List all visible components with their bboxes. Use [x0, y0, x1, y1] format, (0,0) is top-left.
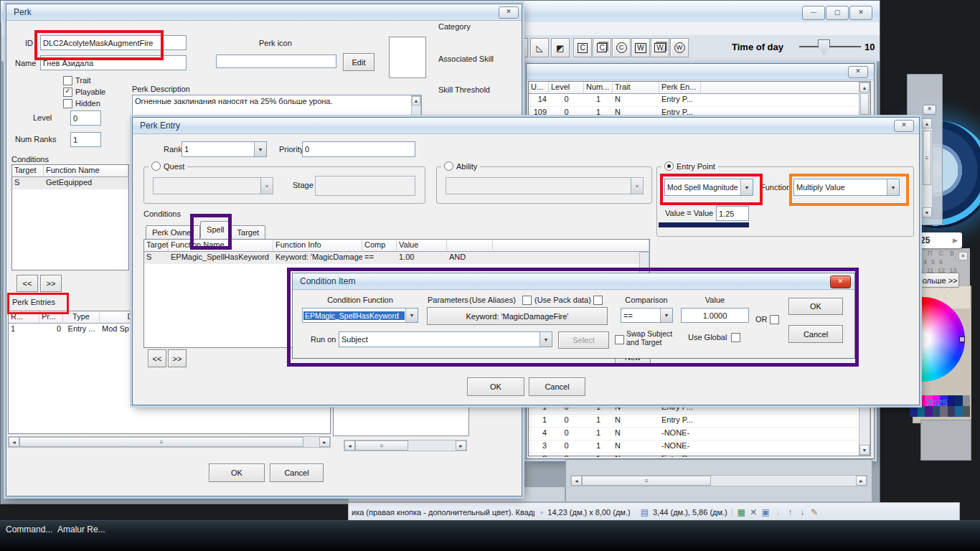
swap-subject-checkbox[interactable]: [615, 335, 624, 344]
column-header[interactable]: R...: [9, 311, 39, 324]
column-header[interactable]: Num...: [584, 82, 613, 94]
tab-perk-owner[interactable]: Perk Owner: [146, 225, 200, 240]
toolbar-c-circle-icon[interactable]: C: [612, 38, 631, 57]
comparison-dropdown[interactable]: ==▼: [621, 308, 673, 323]
cancel-button[interactable]: Cancel: [788, 325, 843, 343]
table-row[interactable]: 301N-NONE-: [529, 441, 859, 453]
close-button[interactable]: ✕: [499, 6, 519, 19]
playable-checkbox[interactable]: [63, 88, 72, 97]
conditions-next-button[interactable]: >>: [40, 275, 62, 292]
scroll-thumb[interactable]: ≡: [582, 476, 711, 486]
scroll-thumb[interactable]: [860, 93, 869, 115]
close-button[interactable]: ✕: [894, 120, 914, 132]
column-header[interactable]: Type: [63, 311, 100, 324]
image-add-icon[interactable]: ▦: [735, 507, 748, 517]
gadget-scrollbar[interactable]: ▲ ≡ ▼: [921, 118, 933, 218]
hidden-checkbox[interactable]: [63, 99, 72, 108]
cancel-button[interactable]: Cancel: [529, 377, 585, 396]
minimize-button[interactable]: —: [802, 6, 825, 20]
column-header[interactable]: Pr...: [39, 311, 63, 324]
taskbar-item[interactable]: Command...: [6, 524, 52, 534]
column-header[interactable]: U...: [529, 82, 549, 94]
use-global-checkbox[interactable]: [731, 333, 740, 342]
calendar-close-button[interactable]: ✕: [958, 252, 968, 260]
close-button[interactable]: ✕: [830, 276, 851, 288]
calendar-day-cell[interactable]: 5: [931, 258, 935, 265]
entry-point-dropdown[interactable]: Mod Spell Magnitude▼: [664, 179, 753, 196]
table-row[interactable]: 401N-NONE-: [529, 428, 859, 441]
chevron-down-icon[interactable]: ▼: [887, 179, 899, 195]
trait-checkbox[interactable]: [63, 76, 72, 85]
column-header[interactable]: Perk En...: [659, 82, 701, 94]
run-on-dropdown[interactable]: Subject▼: [339, 331, 552, 347]
conditions-prev-button[interactable]: <<: [17, 275, 38, 292]
column-header[interactable]: Comp: [362, 240, 397, 252]
calendar-day-cell[interactable]: 4: [923, 258, 927, 265]
toolbar-cube-icon[interactable]: ◩: [551, 38, 570, 57]
color-swatch[interactable]: [918, 406, 925, 417]
toolbar-w-cube-icon[interactable]: W: [651, 38, 669, 57]
calendar-more-button[interactable]: Больше >>: [915, 273, 959, 288]
table-row[interactable]: 201NEntry P...: [529, 453, 859, 457]
name-field[interactable]: Гнев Азидала: [40, 55, 187, 70]
num-ranks-field[interactable]: 1: [70, 132, 101, 147]
scroll-right-icon[interactable]: ►: [456, 441, 466, 451]
value-formula-field[interactable]: 1.25: [716, 206, 749, 221]
close-image-icon[interactable]: ✕: [748, 507, 760, 517]
cancel-button[interactable]: Cancel: [270, 463, 324, 482]
scroll-right-icon[interactable]: ►: [319, 437, 330, 447]
ability-radio[interactable]: [444, 161, 453, 171]
ok-button[interactable]: OK: [467, 377, 524, 396]
table-row[interactable]: 101NEntry P...: [529, 415, 859, 428]
quest-radio[interactable]: [151, 161, 161, 171]
move-down-icon[interactable]: ↓: [796, 507, 809, 517]
column-header[interactable]: Function Name: [169, 240, 273, 252]
description-scrollbar[interactable]: ▲: [411, 95, 421, 118]
chevron-down-icon[interactable]: ▼: [405, 309, 418, 322]
tab-spell[interactable]: Spell: [200, 221, 230, 238]
color-swatch[interactable]: [963, 395, 971, 406]
value-field[interactable]: 1.0000: [681, 308, 749, 323]
column-header[interactable]: Target: [144, 240, 169, 252]
chevron-down-icon[interactable]: ▼: [254, 142, 266, 156]
color-swatch[interactable]: [955, 395, 963, 406]
tab-target[interactable]: Target: [231, 225, 266, 240]
chevron-down-icon[interactable]: ▼: [660, 309, 672, 322]
color-swatch[interactable]: [948, 395, 956, 406]
canvas-hscrollbar[interactable]: ◄ ≡ ►: [570, 475, 867, 486]
perk-titlebar[interactable]: Perk ✕: [6, 4, 522, 21]
scroll-thumb[interactable]: ≡: [19, 437, 303, 447]
edit-button[interactable]: Edit: [343, 53, 374, 71]
gadget-close-button[interactable]: ✕: [923, 105, 936, 115]
ok-button[interactable]: OK: [209, 463, 265, 482]
scroll-thumb[interactable]: ≡: [355, 441, 408, 451]
toolbar-measure-icon[interactable]: ◺: [530, 38, 549, 57]
scroll-left-icon[interactable]: ◄: [571, 476, 582, 486]
close-button[interactable]: ✕: [849, 6, 872, 20]
perk-entries-hscrollbar[interactable]: ◄ ≡ ►: [8, 436, 331, 448]
column-header[interactable]: Target: [12, 165, 44, 177]
priority-field[interactable]: 0: [302, 141, 415, 157]
maximize-button[interactable]: ▢: [826, 6, 849, 20]
ability-radio-label[interactable]: Ability: [441, 161, 480, 171]
column-header[interactable]: Level: [549, 82, 584, 94]
scroll-left-icon[interactable]: ◄: [9, 437, 19, 447]
column-header[interactable]: Value: [397, 240, 447, 252]
taskbar-item[interactable]: Amalur Re...: [57, 524, 105, 534]
scroll-right-icon[interactable]: ►: [856, 476, 867, 486]
chevron-down-icon[interactable]: ▼: [540, 332, 552, 347]
entry-conditions-next-button[interactable]: >>: [168, 349, 187, 367]
ok-button[interactable]: OK: [788, 298, 843, 315]
layers-icon[interactable]: ▣: [760, 507, 772, 517]
keyword-param-button[interactable]: Keyword: 'MagicDamageFire': [427, 307, 608, 325]
color-swatch[interactable]: [955, 406, 963, 417]
scroll-thumb[interactable]: ≡: [923, 131, 931, 185]
column-header[interactable]: Function Info: [273, 240, 362, 252]
toolbar-c-square-icon[interactable]: C: [573, 38, 592, 57]
table-row[interactable]: 1401NEntry P...: [529, 94, 870, 107]
toolbar-w-circle-icon[interactable]: W: [670, 38, 689, 57]
entry-point-radio-label[interactable]: Entry Point: [661, 161, 718, 171]
quest-radio-label[interactable]: Quest: [149, 161, 187, 171]
level-field[interactable]: 0: [70, 110, 101, 126]
pencil-icon[interactable]: ✎: [809, 507, 821, 517]
